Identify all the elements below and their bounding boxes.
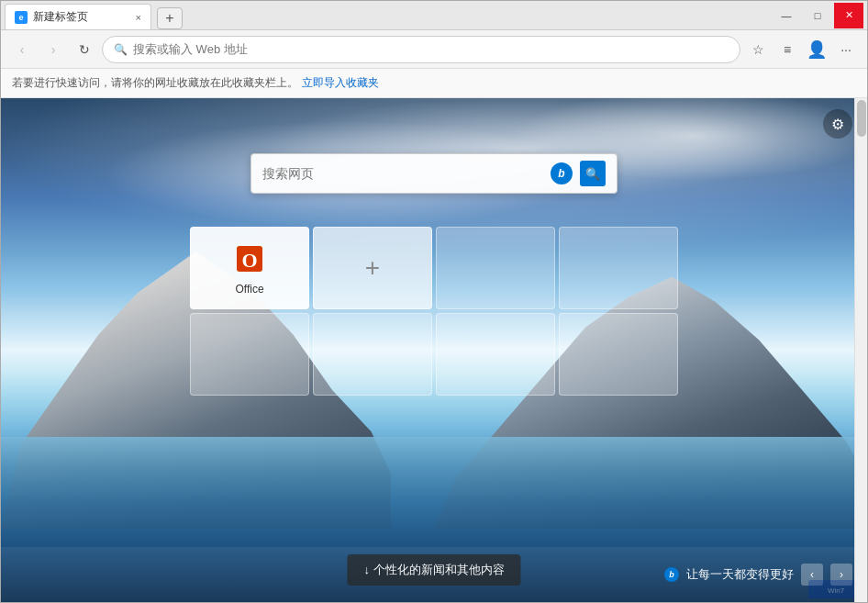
office-label: Office — [235, 283, 263, 296]
news-button[interactable]: ↓ 个性化的新闻和其他内容 — [347, 554, 520, 586]
address-bar[interactable]: 🔍 — [102, 36, 740, 63]
tab-title: 新建标签页 — [33, 9, 88, 25]
lake-overlay — [1, 437, 867, 547]
tab-area: e 新建标签页 × + — [5, 1, 764, 29]
main-content: ⚙ b 🔍 O Office — [1, 98, 867, 602]
search-input[interactable] — [262, 166, 543, 181]
bing-logo: b — [551, 162, 573, 184]
speed-dial-empty-2[interactable] — [559, 227, 678, 309]
bookmarks-bar: 若要进行快速访问，请将你的网址收藏放在此收藏夹栏上。 立即导入收藏夹 — [1, 69, 867, 98]
title-bar: e 新建标签页 × + — □ ✕ — [1, 1, 867, 30]
new-tab-button[interactable]: + — [157, 7, 183, 29]
address-search-icon: 🔍 — [114, 43, 128, 56]
tab-favicon: e — [15, 11, 28, 24]
bing-bottom-logo: b — [664, 567, 679, 582]
more-button[interactable]: ··· — [832, 36, 860, 63]
speed-dial: O Office + — [190, 227, 678, 396]
address-input[interactable] — [133, 42, 729, 56]
speed-dial-empty-4[interactable] — [313, 313, 432, 396]
speed-dial-add[interactable]: + — [313, 227, 432, 309]
speed-dial-empty-1[interactable] — [436, 227, 555, 309]
speed-dial-empty-6[interactable] — [559, 313, 678, 396]
close-button[interactable]: ✕ — [834, 3, 863, 28]
import-favorites-link[interactable]: 立即导入收藏夹 — [302, 75, 379, 91]
office-icon-wrapper: O — [231, 240, 268, 277]
navigation-bar: ‹ › ↻ 🔍 ☆ ≡ 👤 ··· — [1, 30, 867, 69]
search-container: b 🔍 — [250, 153, 618, 194]
nav-action-buttons: ☆ ≡ 👤 ··· — [744, 36, 860, 63]
profile-button[interactable]: 👤 — [803, 36, 830, 63]
search-box: b 🔍 — [250, 153, 618, 194]
bottom-news-bar: ↓ 个性化的新闻和其他内容 — [347, 554, 520, 586]
tab-close-btn[interactable]: × — [136, 12, 141, 23]
speed-dial-empty-3[interactable] — [190, 313, 309, 396]
add-icon: + — [365, 255, 380, 281]
speed-dial-office[interactable]: O Office — [190, 227, 309, 309]
bing-letter: b — [558, 167, 564, 180]
favorites-button[interactable]: ☆ — [744, 36, 772, 63]
speed-dial-empty-5[interactable] — [436, 313, 555, 396]
settings-button[interactable]: ⚙ — [823, 109, 852, 139]
svg-text:O: O — [241, 249, 257, 272]
reading-list-button[interactable]: ≡ — [773, 36, 801, 63]
office-icon: O — [233, 242, 266, 275]
bookmarks-hint-text: 若要进行快速访问，请将你的网址收藏放在此收藏夹栏上。 — [12, 75, 298, 91]
scrollbar-thumb[interactable] — [857, 100, 866, 137]
scrollbar[interactable] — [854, 98, 867, 602]
search-button[interactable]: 🔍 — [580, 161, 606, 186]
active-tab[interactable]: e 新建标签页 × — [5, 4, 151, 29]
minimize-button[interactable]: — — [772, 3, 801, 28]
window-controls: — □ ✕ — [772, 3, 863, 28]
refresh-button[interactable]: ↻ — [71, 36, 98, 63]
back-button[interactable]: ‹ — [8, 36, 36, 63]
maximize-button[interactable]: □ — [803, 3, 832, 28]
browser-window: e 新建标签页 × + — □ ✕ ‹ › ↻ 🔍 ☆ ≡ 👤 ··· — [0, 0, 868, 603]
forward-button[interactable]: › — [39, 36, 67, 63]
bing-tagline: 让每一天都变得更好 — [686, 566, 794, 583]
